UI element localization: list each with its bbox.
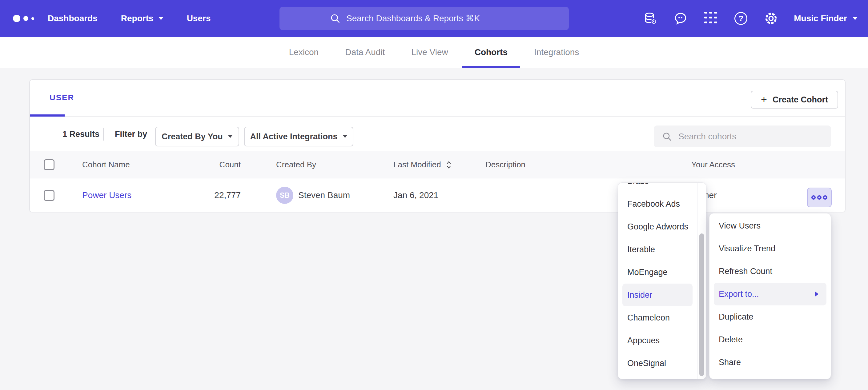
create-cohort-button[interactable]: + Create Cohort	[751, 91, 838, 108]
menu-item-view-users[interactable]: View Users	[710, 215, 831, 237]
plus-icon: +	[761, 94, 767, 105]
global-search-bar[interactable]	[279, 7, 569, 30]
row-context-menu: View Users Visualize Trend Refresh Count…	[709, 213, 831, 379]
divider	[103, 128, 104, 140]
column-header-your-access[interactable]: Your Access	[691, 151, 735, 178]
tab-lexicon[interactable]: Lexicon	[277, 37, 331, 68]
column-header-cohort-name[interactable]: Cohort Name	[82, 151, 130, 178]
table-row[interactable]: Power Users 22,777 SB Steven Baum Jan 6,…	[30, 178, 845, 212]
top-navigation-bar: Dashboards Reports Users ? Music Finder	[0, 0, 868, 37]
chevron-down-icon	[852, 17, 858, 20]
logo-dot	[23, 16, 28, 21]
menu-item-appcues[interactable]: Appcues	[618, 329, 697, 352]
cohort-search-bar[interactable]	[654, 126, 831, 147]
nav-item-users[interactable]: Users	[187, 13, 211, 23]
menu-item-visualize-trend[interactable]: Visualize Trend	[710, 237, 831, 260]
cohorts-page: Dashboards Reports Users ? Music Finder	[0, 0, 868, 390]
project-switcher[interactable]: Music Finder	[794, 13, 858, 23]
export-target-list: Braze Facebook Ads Google Adwords Iterab…	[618, 183, 706, 375]
settings-gear-icon[interactable]	[764, 11, 778, 26]
select-all-checkbox[interactable]	[44, 159, 55, 170]
chevron-down-icon	[228, 135, 232, 138]
row-checkbox[interactable]	[44, 190, 55, 201]
menu-item-delete[interactable]: Delete	[710, 328, 831, 351]
global-search-input[interactable]	[346, 13, 519, 23]
cohorts-card: USER + Create Cohort 1 Results Filter by…	[29, 79, 845, 212]
created-by-filter-dropdown[interactable]: Created By You	[155, 127, 239, 147]
chevron-down-icon	[343, 135, 347, 138]
filter-by-label: Filter by	[115, 129, 147, 139]
tab-data-audit[interactable]: Data Audit	[333, 37, 397, 68]
feedback-icon[interactable]	[673, 11, 688, 26]
menu-item-refresh-count[interactable]: Refresh Count	[710, 260, 831, 283]
created-by-name: Steven Baum	[298, 178, 350, 212]
filter-bar: 1 Results Filter by Created By You All A…	[30, 117, 845, 151]
cohort-count: 22,777	[168, 178, 241, 212]
section-tabbar: Lexicon Data Audit Live View Cohorts Int…	[0, 37, 868, 68]
user-tab-underline	[30, 115, 65, 117]
tab-user-cohorts[interactable]: USER	[50, 93, 74, 102]
nav-item-dashboards[interactable]: Dashboards	[48, 13, 98, 23]
sort-icon[interactable]	[445, 161, 452, 169]
cohort-search-input[interactable]	[678, 132, 823, 141]
scrollbar-thumb[interactable]	[699, 233, 704, 376]
last-modified-date: Jan 6, 2021	[393, 178, 438, 212]
export-to-submenu: Braze Facebook Ads Google Adwords Iterab…	[618, 183, 706, 379]
column-header-description[interactable]: Description	[486, 151, 525, 178]
column-header-created-by[interactable]: Created By	[276, 151, 316, 178]
menu-item-moengage[interactable]: MoEngage	[618, 261, 697, 284]
results-count: 1 Results	[62, 129, 99, 139]
avatar: SB	[276, 187, 293, 204]
search-icon	[662, 131, 672, 142]
project-name: Music Finder	[794, 13, 847, 23]
integrations-filter-dropdown[interactable]: All Active Integrations	[244, 127, 353, 147]
tab-cohorts[interactable]: Cohorts	[462, 37, 520, 68]
tab-live-view[interactable]: Live View	[399, 37, 460, 68]
menu-item-share[interactable]: Share	[710, 351, 831, 374]
table-header: Cohort Name Count Created By Last Modifi…	[30, 151, 845, 178]
data-settings-icon[interactable]	[643, 11, 658, 26]
menu-item-google-adwords[interactable]: Google Adwords	[618, 215, 697, 238]
tab-integrations[interactable]: Integrations	[522, 37, 591, 68]
active-tab-underline	[462, 66, 520, 68]
mixpanel-dots-logo[interactable]	[13, 0, 34, 37]
menu-item-iterable[interactable]: Iterable	[618, 238, 697, 261]
nav-links: Dashboards Reports Users	[48, 0, 211, 37]
submenu-arrow-icon	[815, 291, 818, 297]
logo-dot	[13, 15, 20, 22]
row-more-actions-button[interactable]	[807, 188, 832, 207]
menu-item-facebook-ads[interactable]: Facebook Ads	[618, 193, 697, 215]
cohort-type-strip: USER + Create Cohort	[30, 80, 845, 117]
menu-item-braze[interactable]: Braze	[618, 183, 697, 193]
menu-item-export-to[interactable]: Export to...	[714, 283, 827, 305]
help-icon[interactable]: ?	[734, 11, 748, 26]
chevron-down-icon	[158, 17, 163, 20]
more-dots-icon	[811, 195, 816, 200]
column-header-last-modified[interactable]: Last Modified	[393, 151, 452, 178]
menu-item-duplicate[interactable]: Duplicate	[710, 305, 831, 328]
search-icon	[330, 13, 341, 24]
nav-item-reports[interactable]: Reports	[121, 13, 163, 23]
column-header-count[interactable]: Count	[168, 151, 241, 178]
nav-right-cluster: ? Music Finder	[643, 0, 858, 37]
menu-item-onesignal[interactable]: OneSignal	[618, 352, 697, 375]
logo-dot	[31, 17, 34, 20]
apps-grid-icon[interactable]	[703, 11, 718, 26]
menu-item-insider[interactable]: Insider	[622, 284, 692, 306]
cohort-name-link[interactable]: Power Users	[82, 190, 131, 200]
menu-item-chameleon[interactable]: Chameleon	[618, 306, 697, 329]
